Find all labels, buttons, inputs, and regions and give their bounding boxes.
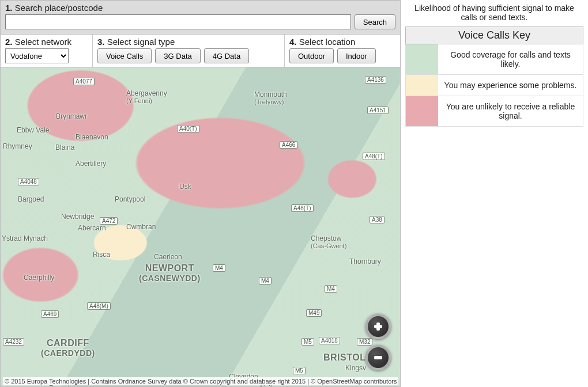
- road-tag: M4: [259, 277, 272, 284]
- step3-label: Select signal type: [107, 37, 175, 47]
- road-tag: A48(M): [87, 302, 111, 310]
- step1-label: Search place/postcode: [15, 3, 103, 13]
- step-location: 4. Select location Outdoor Indoor: [285, 35, 400, 67]
- place-label: Ebbw Vale: [17, 126, 49, 134]
- road-tag: M49: [306, 309, 322, 317]
- place-label: Blaenavon: [76, 133, 108, 141]
- place-label: Blaina: [55, 143, 74, 151]
- search-button[interactable]: Search: [355, 14, 395, 29]
- search-input[interactable]: [5, 14, 351, 29]
- place-label: Cwmbran: [126, 223, 156, 231]
- key-row: You may experience some problems.: [405, 75, 583, 96]
- place-label: Bargoed: [18, 195, 44, 203]
- key-swatch: [406, 75, 438, 96]
- place-label: Abergavenny(Y Fenni): [126, 89, 167, 104]
- road-tag: M4: [325, 285, 337, 293]
- location-indoor-button[interactable]: Indoor: [337, 48, 376, 63]
- key-row: You are unlikely to receive a reliable s…: [405, 96, 583, 127]
- network-select[interactable]: Vodafone: [5, 48, 69, 63]
- place-label: Monmouth(Trefynwy): [254, 90, 287, 105]
- key-text: You are unlikely to receive a reliable s…: [438, 96, 583, 126]
- key-swatch: [406, 96, 438, 126]
- place-label: Kingsv: [345, 364, 366, 372]
- map[interactable]: Abergavenny(Y Fenni)Monmouth(Trefynwy)Br…: [0, 67, 401, 387]
- place-label: Usk: [179, 183, 191, 191]
- road-tag: M5: [301, 338, 314, 346]
- key-swatch: [406, 44, 438, 74]
- key-text: You may experience some problems.: [438, 75, 583, 96]
- step3-num: 3.: [97, 37, 105, 47]
- signal-3g-button[interactable]: 3G Data: [155, 48, 200, 63]
- road-tag: A4018: [319, 337, 340, 344]
- place-label: CARDIFF(CAERDYDD): [41, 338, 95, 358]
- place-label: Thornbury: [349, 257, 381, 265]
- road-tag: A469: [41, 310, 59, 318]
- place-label: Abertillery: [76, 160, 106, 168]
- key-text: Good coverage for calls and texts likely…: [438, 44, 583, 74]
- step-network: 2. Select network Vodafone: [1, 35, 93, 67]
- key-title: Voice Calls Key: [405, 26, 583, 44]
- place-label: NEWPORT(CASNEWYDD): [139, 263, 201, 283]
- road-tag: A48(T): [291, 204, 314, 212]
- signal-4g-button[interactable]: 4G Data: [204, 48, 249, 63]
- place-label: Risca: [93, 251, 110, 259]
- location-outdoor-button[interactable]: Outdoor: [289, 48, 334, 63]
- step4-label: Select location: [299, 37, 356, 47]
- zoom-in-button[interactable]: [365, 314, 391, 339]
- signal-voice-button[interactable]: Voice Calls: [97, 48, 152, 63]
- road-tag: A4151: [367, 107, 389, 114]
- search-section: 1. Search place/postcode Search: [0, 0, 401, 35]
- place-label: Chepstow(Cas-Gwent): [311, 234, 346, 249]
- zoom-out-button[interactable]: [365, 345, 391, 370]
- road-tag: A472: [100, 217, 118, 225]
- place-label: Brynmawr: [56, 112, 87, 120]
- road-tag: A466: [280, 141, 297, 149]
- key-description: Likelihood of having sufficient signal t…: [405, 2, 583, 26]
- step2-num: 2.: [5, 37, 13, 47]
- place-label: Newbridge: [61, 213, 94, 221]
- step2-label: Select network: [15, 37, 71, 47]
- place-label: Caerleon: [154, 253, 182, 261]
- road-tag: A4232: [3, 338, 24, 346]
- key-row: Good coverage for calls and texts likely…: [405, 44, 583, 75]
- step4-num: 4.: [289, 37, 297, 47]
- road-tag: A4077: [73, 78, 95, 85]
- place-label: Ystrad Mynach: [2, 234, 48, 242]
- place-label: Rhymney: [3, 142, 32, 150]
- road-tag: M5: [293, 367, 306, 374]
- place-label: BRISTOL: [323, 352, 365, 363]
- road-tag: A40(T): [177, 125, 199, 132]
- map-credits: © 2015 Europa Technologies | Contains Or…: [3, 377, 398, 385]
- road-tag: M32: [357, 338, 372, 346]
- step1-num: 1.: [5, 3, 13, 13]
- place-label: Caerphilly: [24, 274, 54, 282]
- step-signal: 3. Select signal type Voice Calls 3G Dat…: [93, 35, 285, 67]
- road-tag: A4048: [18, 178, 39, 185]
- road-tag: M4: [213, 264, 225, 272]
- road-tag: A48(T): [363, 153, 385, 160]
- road-tag: A38: [370, 216, 385, 223]
- place-label: Pontypool: [115, 195, 145, 203]
- place-label: Abercarn: [78, 224, 106, 232]
- road-tag: A4136: [365, 76, 386, 84]
